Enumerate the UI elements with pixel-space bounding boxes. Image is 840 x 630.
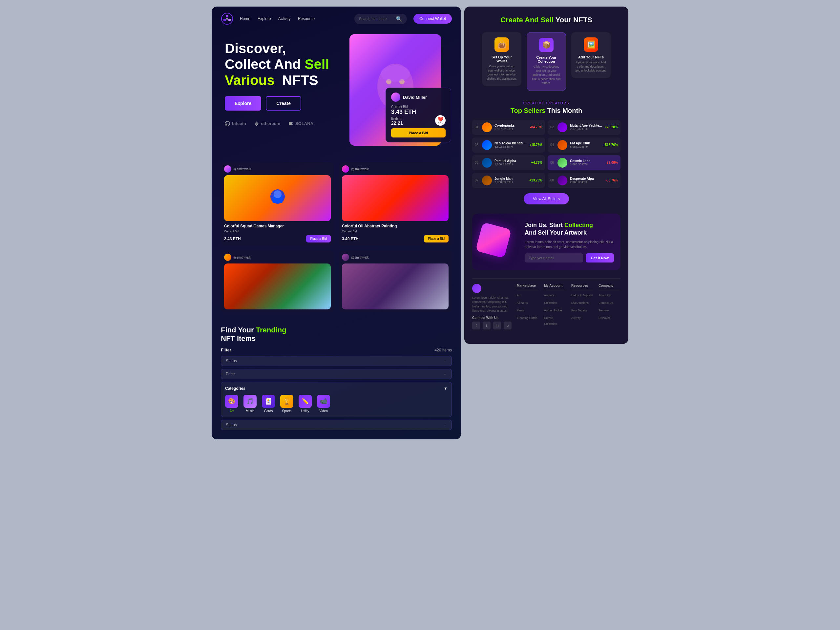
collection-icon: 📦 <box>539 38 554 52</box>
explore-button[interactable]: Explore <box>225 96 261 111</box>
right-panel: Create And Sell Your NFTS 👜 Set Up Your … <box>464 6 628 344</box>
hero-title: Discover, Collect And Sell Various NFTS <box>225 41 349 88</box>
category-cards[interactable]: 🃏 Cards <box>262 395 275 413</box>
svg-point-4 <box>226 18 228 20</box>
cards-label: Cards <box>264 409 273 413</box>
join-email-input[interactable] <box>525 253 583 262</box>
seller-rank-8: 08 <box>550 178 555 182</box>
price-dropdown[interactable]: Price ← <box>221 369 452 379</box>
nft-image-4 <box>342 264 448 309</box>
nav-explore[interactable]: Explore <box>257 16 271 21</box>
category-video[interactable]: 📹 Video <box>317 395 330 413</box>
seller-row-3: 03 Neo Tokyo Identiti... 6,602.32 ETH +1… <box>472 137 545 153</box>
category-music[interactable]: 🎵 Music <box>243 395 257 413</box>
facebook-icon[interactable]: f <box>472 322 480 330</box>
footer-link-create[interactable]: Create Collection <box>544 316 557 325</box>
seller-row-8: 08 Desperate Alpa 2,960.33 ETH -50.76% <box>548 173 621 188</box>
search-input[interactable] <box>359 17 393 21</box>
nft-username-1: @smithwalk <box>233 167 251 171</box>
footer-link-allnfts[interactable]: All NFTs <box>517 301 528 305</box>
footer-link-profile[interactable]: Author Profile <box>544 309 562 312</box>
step-wallet-desc: Once you've set up your wallet of choice… <box>486 64 518 81</box>
ends-label: Ends In <box>391 117 416 120</box>
step-nft: 🖼️ Add Your NFTs Upload your work. Add a… <box>571 32 611 78</box>
connect-wallet-button[interactable]: Connect Wallet <box>414 14 452 24</box>
footer-link-contact[interactable]: Contact Us <box>598 301 613 305</box>
footer-resources: Resources Helps & Support Live Auctions … <box>571 284 593 330</box>
view-all-sellers-button[interactable]: View All Sellers <box>524 193 569 204</box>
footer-link-feature[interactable]: Feature <box>598 309 609 312</box>
seller-avatar-8 <box>557 175 567 185</box>
seller-eth-8: 2,960.33 ETH <box>570 180 603 184</box>
footer-link-art[interactable]: Art <box>517 294 521 297</box>
seller-info-8: Desperate Alpa 2,960.33 ETH <box>570 177 603 184</box>
step-collection-title: Create Your Collection <box>531 55 562 63</box>
footer-marketplace-title: Marketplace <box>517 284 539 289</box>
pinterest-icon[interactable]: p <box>504 322 512 330</box>
nav-activity[interactable]: Activity <box>278 16 291 21</box>
nft-bid-amount-1: 2.43 ETH <box>224 237 241 241</box>
seller-name-2: Mutant Ape Yachte... <box>570 124 602 127</box>
footer-link-about[interactable]: About Us <box>598 294 611 297</box>
footer-link-trending[interactable]: Trending Cards <box>517 316 537 320</box>
category-utility[interactable]: ✏️ Utility <box>298 395 312 413</box>
footer-link-items[interactable]: Item Details <box>571 309 587 312</box>
footer-link-auctions[interactable]: Live Auctions <box>571 301 589 305</box>
footer-resources-title: Resources <box>571 284 593 289</box>
seller-info-3: Neo Tokyo Identiti... 6,602.32 ETH <box>494 141 527 148</box>
footer-link-activity[interactable]: Activity <box>571 316 581 320</box>
nav-resource[interactable]: Resource <box>298 16 315 21</box>
ethereum-logo: ethereum <box>254 121 281 126</box>
footer-link-discover[interactable]: Discover <box>598 316 610 320</box>
status-dropdown[interactable]: Status ← <box>221 356 452 366</box>
seller-avatar-4 <box>557 140 567 150</box>
create-button[interactable]: Create <box>266 96 301 111</box>
seller-info-7: Jungle Man 2,060.89 ETH <box>494 177 527 184</box>
footer-link-collection[interactable]: Collection <box>544 301 557 305</box>
nft-bid-amount-2: 3.49 ETH <box>342 237 358 241</box>
place-bid-button[interactable]: Place a Bid <box>391 128 445 137</box>
seller-change-5: +4.76% <box>531 161 542 164</box>
hero-text: Discover, Collect And Sell Various NFTS … <box>225 41 349 126</box>
bid-card: David Miller Current Bid 3.43 ETH Ends I… <box>385 88 451 142</box>
place-bid-button-1[interactable]: Place a Bid <box>306 235 331 243</box>
create-sell-title: Create And Sell Your NFTS <box>472 16 621 24</box>
footer-link-music[interactable]: Music <box>517 309 525 312</box>
seller-row-2: 02 Mutant Ape Yachte... 2,379.32 ETH +25… <box>548 120 621 135</box>
nft-card-2: @smithwalk Colorful Oil Abstract Paintin… <box>339 162 452 246</box>
seller-info-4: Fat Ape Club 8,967.32 ETH <box>570 141 600 148</box>
seller-rank-2: 02 <box>550 125 555 129</box>
step-collection: 📦 Create Your Collection Click my collec… <box>527 32 566 91</box>
hero-buttons: Explore Create <box>225 96 349 111</box>
bid-user-name: David Miller <box>403 95 427 100</box>
nft-card-3: @smithwalk <box>221 250 334 313</box>
svg-text:₿: ₿ <box>226 122 228 125</box>
art-icon: 🎨 <box>225 395 238 408</box>
trending-section: Find Your Trending NFT Items Filter 420 … <box>212 326 461 439</box>
category-art[interactable]: 🎨 Art <box>225 395 238 413</box>
footer-marketplace: Marketplace Art All NFTs Music Trending … <box>517 284 539 330</box>
svg-rect-11 <box>289 124 293 125</box>
footer-desc: Lorem ipsum dolor sit amet, consectetur … <box>472 296 512 313</box>
join-cta-button[interactable]: Get It Now <box>586 253 614 262</box>
join-email-row: Get It Now <box>525 253 614 262</box>
seller-change-8: -50.76% <box>606 178 618 182</box>
seller-name-7: Jungle Man <box>494 177 527 180</box>
nft-username-4: @smithwalk <box>351 256 369 259</box>
filter-row: Filter 420 Items <box>221 347 452 352</box>
twitter-icon[interactable]: t <box>483 322 491 330</box>
nav-home[interactable]: Home <box>240 16 250 21</box>
place-bid-button-2[interactable]: Place a Bid <box>424 235 448 243</box>
footer-link-help[interactable]: Helps & Support <box>571 294 593 297</box>
footer: Lorem ipsum dolor sit amet, consectetur … <box>472 278 621 330</box>
nft-icon: 🖼️ <box>584 38 598 52</box>
seller-avatar-5 <box>482 158 492 168</box>
seller-eth-7: 2,060.89 ETH <box>494 180 527 184</box>
footer-link-authors[interactable]: Authors <box>544 294 554 297</box>
instagram-icon[interactable]: in <box>493 322 501 330</box>
status-dropdown-2[interactable]: Status ← <box>221 420 452 430</box>
step-nft-title: Add Your NFTs <box>575 55 607 59</box>
seller-info-5: Parallel Alpha 1,060.32 ETH <box>494 159 529 166</box>
category-sports[interactable]: 🏆 Sports <box>280 395 293 413</box>
chevron-categories-icon[interactable]: ▼ <box>444 386 448 391</box>
